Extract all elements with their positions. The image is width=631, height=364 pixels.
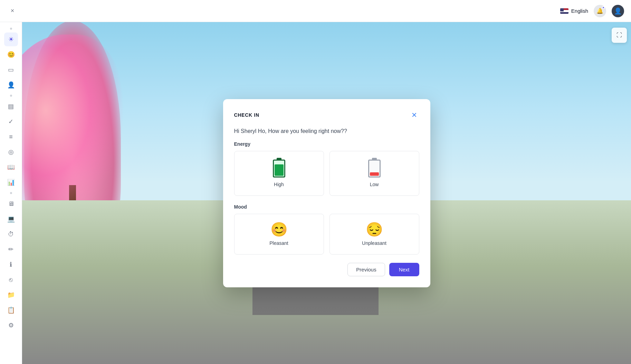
modal-overlay: CHECK IN ✕ Hi Sheryl Ho, How are you fee…: [22, 22, 631, 364]
sidebar-item-info[interactable]: ℹ: [4, 258, 18, 271]
avatar[interactable]: 👤: [612, 5, 624, 17]
sidebar-item-check[interactable]: ✓: [4, 115, 18, 128]
notification-button[interactable]: 🔔: [594, 5, 606, 17]
mood-unpleasant-label: Unpleasant: [362, 240, 386, 246]
sidebar-item-settings[interactable]: ⚙: [4, 318, 18, 332]
sidebar-dot-2: [10, 95, 12, 97]
sidebar-item-book[interactable]: 📖: [4, 160, 18, 174]
checkin-modal: CHECK IN ✕ Hi Sheryl Ho, How are you fee…: [223, 99, 430, 287]
pleasant-emoji: 😊: [270, 222, 288, 236]
sidebar-item-sun[interactable]: ☀: [4, 32, 18, 46]
sidebar: ☀ 😊 ▭ 👤 ▤ ✓ ≡ ◎ 📖 📊 🖥 💻 ⏱ ✏ ℹ ⎋ 📁 📋 ⚙: [0, 22, 22, 364]
energy-label: Energy: [234, 141, 419, 147]
battery-high-icon: [273, 160, 285, 178]
top-bar-left: ×: [7, 6, 18, 17]
notification-dot: [602, 6, 605, 9]
flag-icon: [560, 8, 568, 14]
greeting-text: Hi Sheryl Ho, How are you feeling right …: [234, 128, 419, 134]
energy-high-label: High: [274, 182, 284, 187]
previous-button[interactable]: Previous: [347, 263, 385, 276]
sidebar-item-edit[interactable]: ✏: [4, 242, 18, 256]
top-bar: × English 🔔 👤: [0, 0, 631, 22]
sidebar-item-rect[interactable]: ▭: [4, 63, 18, 77]
energy-cards: High Low: [234, 151, 419, 196]
mood-pleasant-label: Pleasant: [269, 240, 288, 246]
modal-title: CHECK IN: [234, 112, 259, 118]
sidebar-item-target[interactable]: ◎: [4, 145, 18, 159]
close-button[interactable]: ×: [7, 6, 18, 17]
mood-label: Mood: [234, 204, 419, 210]
top-bar-right: English 🔔 👤: [560, 5, 624, 17]
sidebar-item-laptop[interactable]: 💻: [4, 212, 18, 226]
energy-high-card[interactable]: High: [234, 151, 324, 196]
energy-low-label: Low: [370, 182, 379, 187]
mood-unpleasant-card[interactable]: 😔 Unpleasant: [329, 214, 419, 255]
sidebar-dot-1: [10, 28, 12, 30]
language-label: English: [571, 8, 588, 14]
sidebar-item-user[interactable]: 👤: [4, 78, 18, 92]
mood-pleasant-card[interactable]: 😊 Pleasant: [234, 214, 324, 255]
sidebar-dot-3: [10, 192, 12, 194]
sidebar-item-list[interactable]: ≡: [4, 130, 18, 144]
modal-close-button[interactable]: ✕: [410, 110, 419, 120]
energy-low-card[interactable]: Low: [329, 151, 419, 196]
sidebar-item-monitor[interactable]: 🖥: [4, 197, 18, 211]
sidebar-item-dashboard[interactable]: ▤: [4, 99, 18, 113]
mood-cards: 😊 Pleasant 😔 Unpleasant: [234, 214, 419, 255]
language-selector[interactable]: English: [560, 8, 588, 14]
next-button[interactable]: Next: [389, 263, 419, 276]
unpleasant-emoji: 😔: [366, 222, 383, 236]
sidebar-item-chart[interactable]: 📊: [4, 175, 18, 189]
modal-footer: Previous Next: [234, 263, 419, 276]
sidebar-item-share[interactable]: ⎋: [4, 273, 18, 287]
battery-low-icon: [368, 160, 381, 178]
sidebar-item-folder[interactable]: 📁: [4, 288, 18, 302]
sidebar-item-face[interactable]: 😊: [4, 48, 18, 61]
sidebar-item-clock[interactable]: ⏱: [4, 227, 18, 241]
modal-header: CHECK IN ✕: [234, 110, 419, 120]
sidebar-item-clipboard[interactable]: 📋: [4, 303, 18, 317]
